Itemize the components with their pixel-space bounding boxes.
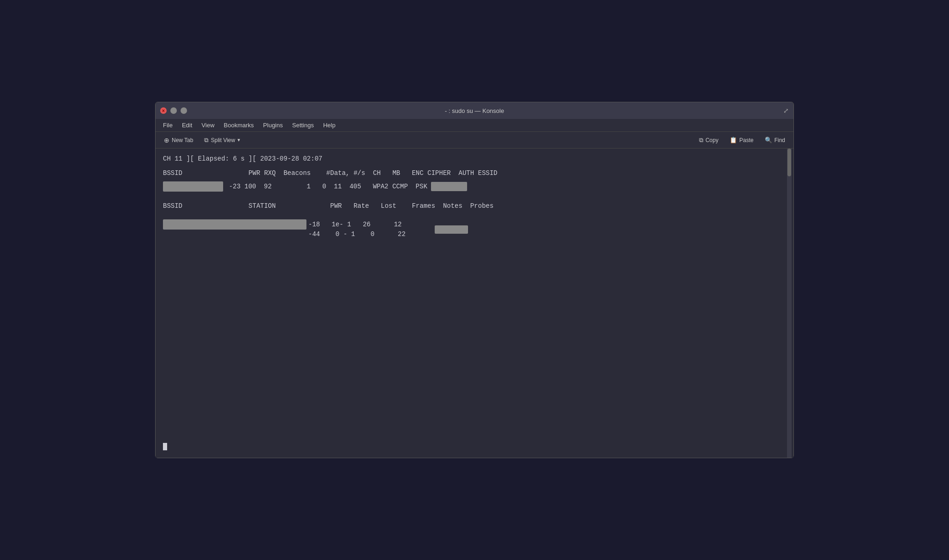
paste-icon: 📋: [730, 137, 737, 143]
menu-bookmarks[interactable]: Bookmarks: [220, 121, 257, 130]
toolbar-right: ⧉ Copy 📋 Paste 🔍 Find: [694, 135, 790, 146]
find-button[interactable]: 🔍 Find: [760, 135, 790, 145]
scrollbar-thumb[interactable]: [787, 149, 791, 176]
expand-icon[interactable]: ⤢: [783, 107, 789, 115]
ap-row: -23 100 92 1 0 11 405 WPA2 CCMP PSK: [163, 180, 786, 193]
title-bar: × - : sudo su — Konsole ⤢: [156, 102, 793, 119]
scrollbar[interactable]: [787, 149, 792, 458]
station-bssid-redacted: [163, 219, 306, 230]
new-tab-button[interactable]: ⊕ New Tab: [159, 135, 198, 146]
find-icon: 🔍: [765, 137, 772, 143]
cursor-area: [163, 443, 167, 452]
paste-button[interactable]: 📋 Paste: [725, 135, 758, 145]
menu-bar: File Edit View Bookmarks Plugins Setting…: [156, 119, 793, 132]
chevron-down-icon: ▾: [237, 137, 240, 143]
window-title: - : sudo su — Konsole: [445, 107, 504, 114]
copy-button[interactable]: ⧉ Copy: [694, 135, 723, 146]
station-probe-redacted: [435, 225, 468, 234]
split-view-button[interactable]: ⧉ Split View ▾: [200, 135, 244, 146]
split-view-label: Split View: [211, 137, 235, 143]
terminal-content: CH 11 ][ Elapsed: 6 s ][ 2023-09-28 02:0…: [156, 149, 793, 458]
cursor: [163, 443, 167, 450]
ap-bssid-redacted: [163, 181, 223, 192]
copy-icon: ⧉: [699, 137, 703, 144]
minimize-button[interactable]: [170, 107, 177, 114]
find-label: Find: [774, 137, 785, 143]
window-controls: ×: [160, 107, 187, 114]
konsole-window: × - : sudo su — Konsole ⤢ File Edit View…: [155, 102, 794, 458]
paste-label: Paste: [739, 137, 754, 143]
menu-settings[interactable]: Settings: [288, 121, 318, 130]
station-row-group: -18 1e- 1 26 12 -44 0 - 1 0 22: [163, 213, 786, 236]
station-data-values: -18 1e- 1 26 12 -44 0 - 1 0 22: [308, 210, 433, 239]
copy-label: Copy: [706, 137, 718, 143]
ap-essid-redacted: [431, 182, 467, 191]
ap-table-header: BSSID PWR RXQ Beacons #Data, #/s CH MB E…: [163, 168, 786, 178]
toolbar: ⊕ New Tab ⧉ Split View ▾ ⧉ Copy 📋 Paste …: [156, 132, 793, 149]
menu-file[interactable]: File: [159, 121, 176, 130]
close-button[interactable]: ×: [160, 107, 167, 114]
menu-help[interactable]: Help: [319, 121, 339, 130]
menu-view[interactable]: View: [198, 121, 218, 130]
station-table-header: BSSID STATION PWR Rate Lost Frames Notes…: [163, 201, 786, 211]
split-view-icon: ⧉: [204, 137, 208, 144]
ap-data-values: -23 100 92 1 0 11 405 WPA2 CCMP PSK: [225, 182, 431, 192]
menu-edit[interactable]: Edit: [178, 121, 196, 130]
new-tab-label: New Tab: [172, 137, 193, 143]
status-line: CH 11 ][ Elapsed: 6 s ][ 2023-09-28 02:0…: [163, 154, 786, 164]
maximize-button[interactable]: [181, 107, 187, 114]
new-tab-icon: ⊕: [164, 137, 169, 144]
menu-plugins[interactable]: Plugins: [259, 121, 287, 130]
